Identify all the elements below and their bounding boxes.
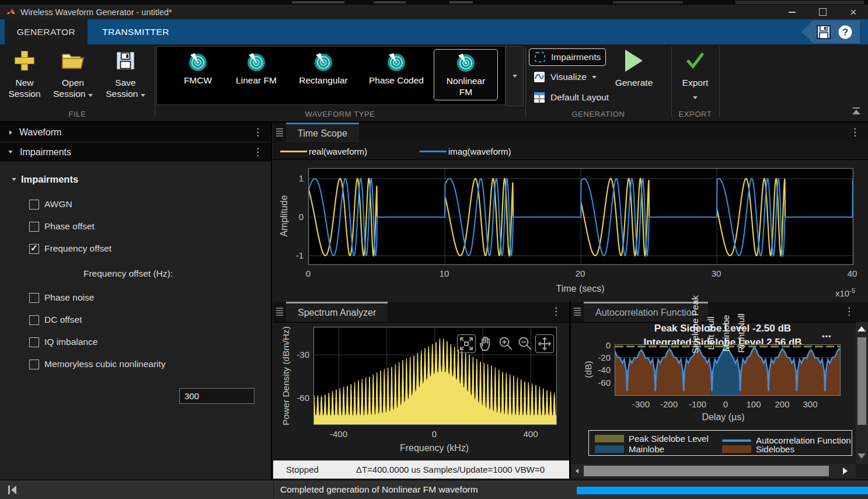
xtick: 10 <box>440 268 449 278</box>
gallery-item-fmcw[interactable]: FMCW <box>171 51 225 87</box>
checkbox[interactable] <box>29 200 39 210</box>
collapse-ribbon-button[interactable] <box>849 107 863 118</box>
scrollbar-thumb[interactable] <box>584 466 829 476</box>
checkbox-frequency-offset[interactable]: Frequency offset <box>29 243 111 254</box>
new-session-label-2: Session <box>6 88 43 99</box>
background-artifact <box>613 1 683 4</box>
drag-grip-icon[interactable] <box>276 308 283 316</box>
kebab-menu-icon[interactable]: ⋮ <box>551 306 561 316</box>
kebab-menu-icon[interactable]: ⋮ <box>253 147 263 157</box>
chevron-down-icon <box>141 94 145 97</box>
visualize-button[interactable]: Visualize <box>529 69 601 85</box>
scroll-down-button[interactable] <box>857 452 866 460</box>
open-session-label-1: Open <box>49 77 97 88</box>
tab-generator[interactable]: GENERATOR <box>5 19 88 44</box>
sidebar-section-waveform[interactable]: Waveform ⋮ <box>0 123 271 142</box>
save-icon[interactable] <box>815 24 832 40</box>
autocorr-header: Autocorrelation Function ⋮ <box>571 302 868 323</box>
checkbox[interactable] <box>29 222 39 232</box>
export-button[interactable]: Export <box>675 48 716 102</box>
kebab-menu-icon[interactable]: ⋮ <box>844 306 854 316</box>
maximize-button[interactable] <box>813 5 832 19</box>
checkbox-dc-offset[interactable]: DC offset <box>29 315 82 325</box>
scroll-up-button[interactable] <box>857 324 866 333</box>
chevron-down-icon <box>592 76 597 79</box>
save-session-label-1: Save <box>102 77 149 88</box>
ribbon-toolbar: New Session Open Session <box>0 44 868 123</box>
spectrum-analyzer-tab[interactable]: Spectrum Analyzer <box>286 302 388 322</box>
zoom-in-icon[interactable] <box>497 335 514 353</box>
scrollbar-track[interactable] <box>584 466 829 476</box>
new-session-button[interactable]: New Session <box>6 48 43 99</box>
time-scope-axis-offset: x10-5 <box>835 287 855 298</box>
collapse-panel-icon[interactable] <box>7 485 18 495</box>
spectrum-header: Spectrum Analyzer ⋮ <box>273 302 569 323</box>
collapse-ribbon-icon <box>853 107 860 109</box>
pan-hand-icon[interactable] <box>477 335 495 353</box>
sidebar-section-impairments[interactable]: Impairments ⋮ <box>0 142 271 162</box>
ellipsis-menu-icon[interactable]: ••• <box>822 332 832 341</box>
gallery-item-nonlinear-fm[interactable]: Nonlinear FM <box>434 49 498 100</box>
xtick: 300 <box>803 399 817 409</box>
legend-item: Mainlobe <box>595 444 664 454</box>
kebab-menu-icon[interactable]: ⋮ <box>850 127 860 137</box>
time-scope-legend: real(waveform) imag(waveform) <box>273 143 868 160</box>
frequency-offset-input[interactable] <box>179 388 255 404</box>
checkbox-memoryless-cubic[interactable]: Memoryless cubic nonlinearity <box>29 359 166 369</box>
checkbox[interactable] <box>29 337 39 347</box>
checkbox-label: AWGN <box>44 199 72 210</box>
checkbox-phase-offset[interactable]: Phase offset <box>29 221 95 232</box>
impairments-group-header[interactable]: Impairments <box>12 174 78 185</box>
gallery-item-phase-coded[interactable]: Phase Coded <box>359 51 434 87</box>
spectrum-status-info: ΔT=400.0000 us Samples/Update=1000 VBW=0 <box>356 465 545 474</box>
generate-button[interactable]: Generate <box>613 48 655 88</box>
spectrum-plot[interactable] <box>313 327 557 425</box>
checkbox-iq-imbalance[interactable]: IQ imbalance <box>29 337 97 347</box>
time-scope-tab[interactable]: Time Scope <box>286 123 359 142</box>
zoom-out-icon[interactable] <box>516 335 534 353</box>
default-layout-button[interactable]: Default Layout <box>529 89 613 106</box>
drag-grip-icon[interactable] <box>276 128 283 137</box>
scroll-left-button[interactable] <box>572 466 581 476</box>
checkbox[interactable] <box>29 293 39 303</box>
xtick: 100 <box>746 399 761 409</box>
xtick: 40 <box>848 268 857 278</box>
save-session-label-2: Session <box>102 88 149 99</box>
chevron-down-icon <box>12 178 16 181</box>
svg-text:?: ? <box>842 27 848 38</box>
checkbox-awgn[interactable]: AWGN <box>29 199 72 210</box>
help-icon[interactable]: ? <box>838 25 853 40</box>
gallery-dropdown-button[interactable] <box>506 46 524 106</box>
checkbox[interactable] <box>29 244 39 254</box>
gallery-item-rectangular[interactable]: Rectangular <box>288 51 359 87</box>
xtick: 0 <box>432 429 437 439</box>
plus-icon <box>15 51 34 71</box>
impairments-button-label: Impairments <box>551 52 601 62</box>
close-button[interactable]: × <box>843 5 863 19</box>
checkbox[interactable] <box>29 315 39 325</box>
expand-axes-icon[interactable] <box>535 334 554 353</box>
section-title: Impairments <box>20 147 71 158</box>
impairments-toggle-button[interactable]: Impairments <box>529 48 606 66</box>
tab-transmitter[interactable]: TRANSMITTER <box>88 19 184 44</box>
maximize-icon <box>819 8 827 16</box>
open-session-button[interactable]: Open Session <box>49 48 97 99</box>
time-scope-plot[interactable] <box>308 168 853 265</box>
export-button-label: Export <box>675 77 716 88</box>
legend-line-real <box>280 151 307 152</box>
gallery-item-label: Rectangular <box>292 75 354 86</box>
drag-grip-icon[interactable] <box>574 308 581 316</box>
checkbox[interactable] <box>29 360 39 369</box>
fit-to-view-icon[interactable] <box>457 334 476 353</box>
gallery-item-linear-fm[interactable]: Linear FM <box>225 51 288 87</box>
scrollbar-thumb[interactable] <box>857 337 866 425</box>
save-session-button[interactable]: Save Session <box>102 48 149 99</box>
vertical-scrollbar[interactable] <box>856 322 868 464</box>
progress-bar <box>577 487 868 494</box>
scroll-right-button[interactable] <box>841 466 850 476</box>
minimize-button[interactable] <box>782 5 802 19</box>
horizontal-scrollbar[interactable] <box>571 464 856 478</box>
kebab-menu-icon[interactable]: ⋮ <box>253 127 263 137</box>
new-session-label-1: New <box>6 77 43 88</box>
checkbox-phase-noise[interactable]: Phase noise <box>29 292 94 303</box>
